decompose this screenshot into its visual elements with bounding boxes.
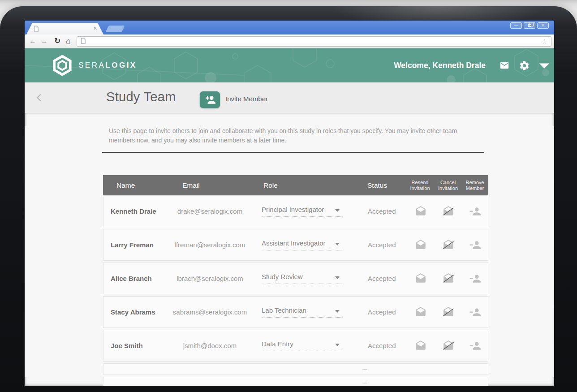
seralogix-logo: SERALOGIX — [52, 55, 137, 76]
section-divider — [102, 152, 484, 153]
member-role-cell: Study Review — [251, 273, 354, 284]
remove-member-button[interactable] — [469, 273, 481, 284]
remove-member-icon — [469, 273, 481, 284]
new-tab-button[interactable] — [105, 26, 125, 32]
cancel-invitation-icon — [443, 306, 454, 318]
table-header: Name Email Role Status ResendInvitation … — [103, 175, 488, 195]
page-favicon-icon — [34, 26, 39, 34]
dropdown-caret-icon — [335, 209, 340, 212]
header-actions: Welcome, Kenneth Drale — [394, 48, 551, 82]
table-row: Stacy Abrams sabrams@seralogix.com Lab T… — [103, 296, 488, 328]
remove-member-button[interactable] — [469, 306, 481, 318]
resend-invitation-button[interactable] — [415, 206, 426, 217]
role-dropdown[interactable]: Principal Investigator — [262, 206, 341, 217]
column-header-name: Name — [103, 181, 168, 190]
member-role-cell: Data Entry — [251, 340, 354, 351]
role-dropdown[interactable]: Lab Technician — [262, 306, 341, 318]
resend-invitation-icon — [415, 273, 426, 284]
cancel-invitation-button[interactable] — [443, 340, 454, 352]
dropdown-caret-icon — [335, 310, 340, 313]
member-name: Kenneth Drale — [103, 207, 168, 215]
desktop-backdrop: ✕ — ✕ ← → ↻ ⌂ ☆ — [0, 0, 577, 392]
resend-invitation-icon — [415, 306, 426, 318]
cancel-invitation-button[interactable] — [443, 239, 454, 251]
tab-close-icon[interactable]: ✕ — [93, 25, 97, 31]
cancel-invitation-icon — [443, 239, 454, 251]
cancel-invitation-icon — [443, 206, 454, 217]
address-bar[interactable]: ☆ — [77, 36, 551, 47]
remove-member-button[interactable] — [469, 239, 481, 251]
remove-member-icon — [469, 306, 481, 318]
app-header: SERALOGIX Welcome, Kenneth Drale — [25, 48, 554, 82]
hexagon-logo-icon — [52, 55, 73, 76]
member-role-cell: Principal Investigator — [251, 206, 354, 217]
column-header-resend: ResendInvitation — [405, 180, 435, 191]
page-content: Use this page to invite others to join a… — [25, 126, 554, 377]
empty-row-dash — [362, 369, 367, 370]
bookmark-star-icon[interactable]: ☆ — [542, 38, 547, 46]
column-header-cancel: CancelInvitation — [435, 180, 461, 191]
back-chevron-icon[interactable] — [34, 92, 44, 105]
intro-text: Use this page to invite others to join a… — [109, 126, 468, 145]
role-dropdown[interactable]: Assistant Investigator — [262, 239, 341, 250]
resend-invitation-icon — [415, 206, 426, 217]
cancel-invitation-button[interactable] — [443, 273, 454, 284]
page-icon — [81, 38, 86, 46]
settings-gear-icon[interactable] — [519, 60, 530, 71]
browser-navbar: ← → ↻ ⌂ ☆ — [25, 34, 554, 48]
remove-member-button[interactable] — [469, 206, 481, 217]
role-value: Assistant Investigator — [262, 239, 326, 247]
member-name: Larry Freman — [103, 241, 168, 249]
resend-invitation-button[interactable] — [415, 306, 426, 318]
remove-member-icon — [469, 206, 481, 217]
table-row: Kenneth Drale drake@seralogix.com Princi… — [103, 195, 488, 227]
member-email: lbrach@seralogix.com — [168, 275, 251, 282]
browser-titlebar: ✕ — ✕ — [25, 21, 554, 34]
table-row: Alice Branch lbrach@seralogix.com Study … — [103, 263, 488, 294]
close-button[interactable]: ✕ — [537, 22, 549, 29]
member-status: Accepted — [354, 207, 406, 215]
cancel-invitation-icon — [443, 340, 454, 352]
role-dropdown[interactable]: Study Review — [262, 273, 341, 284]
back-icon[interactable]: ← — [29, 37, 36, 46]
table-row: Larry Freman lfreman@seralogix.com Assis… — [103, 229, 488, 261]
member-status: Accepted — [354, 241, 406, 249]
cancel-invitation-button[interactable] — [443, 206, 454, 217]
resend-invitation-button[interactable] — [415, 239, 426, 251]
person-add-icon — [204, 94, 216, 106]
member-name: Joe Smith — [103, 342, 168, 349]
cancel-invitation-button[interactable] — [443, 306, 454, 318]
mail-icon[interactable] — [498, 60, 511, 70]
cancel-invitation-icon — [443, 273, 454, 284]
refresh-icon[interactable]: ↻ — [54, 37, 60, 46]
resend-invitation-button[interactable] — [415, 273, 426, 284]
role-dropdown[interactable]: Data Entry — [262, 340, 341, 351]
empty-table-row — [103, 377, 488, 386]
resend-invitation-button[interactable] — [415, 340, 426, 352]
role-value: Study Review — [262, 273, 303, 280]
member-status: Accepted — [354, 308, 406, 316]
remove-member-button[interactable] — [469, 340, 481, 352]
caret-down-icon[interactable] — [538, 61, 551, 69]
page-toolbar: Study Team Invite Member — [25, 82, 554, 113]
restore-button[interactable] — [524, 22, 535, 29]
role-value: Data Entry — [262, 340, 293, 348]
brand-name: SERALOGIX — [78, 61, 137, 70]
remove-member-icon — [469, 239, 481, 251]
dropdown-caret-icon — [335, 243, 340, 246]
forward-icon[interactable]: → — [41, 37, 48, 46]
member-email: sabrams@seralogix.com — [168, 308, 251, 316]
member-email: lfreman@seralogix.com — [168, 241, 251, 249]
remove-member-icon — [469, 340, 481, 352]
invite-member-button[interactable] — [200, 91, 220, 108]
empty-table-row — [103, 363, 488, 375]
minimize-button[interactable]: — — [510, 22, 522, 29]
browser-tab[interactable]: ✕ — [26, 23, 103, 34]
column-header-remove: RemoveMember — [461, 180, 488, 191]
table-row: Joe Smith jsmith@doex.com Data Entry Acc… — [103, 330, 488, 362]
role-value: Principal Investigator — [262, 206, 324, 213]
dropdown-caret-icon — [335, 344, 340, 346]
home-icon[interactable]: ⌂ — [66, 37, 70, 46]
welcome-text: Welcome, Kenneth Drale — [394, 61, 486, 70]
member-name: Alice Branch — [103, 275, 168, 282]
